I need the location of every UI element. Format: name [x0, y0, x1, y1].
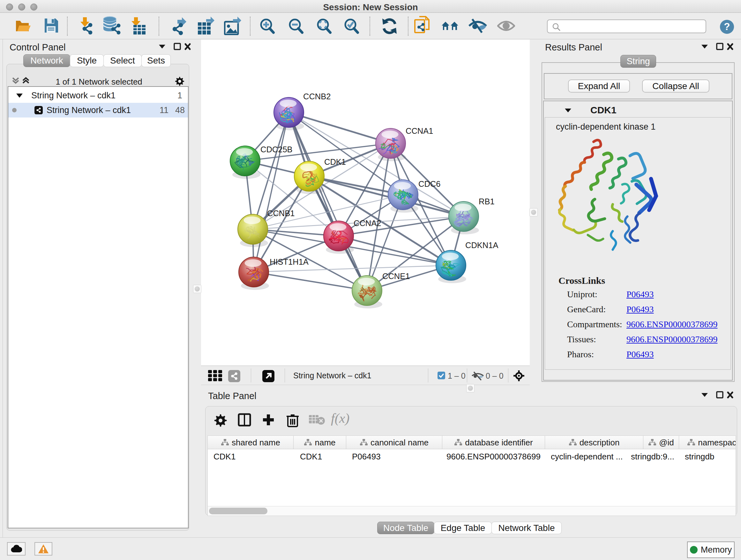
svg-text:CDKN1A: CDKN1A [465, 241, 498, 250]
svg-text:CCNA2: CCNA2 [354, 219, 381, 228]
svg-text:CCNB1: CCNB1 [267, 209, 294, 218]
svg-text:CDC25B: CDC25B [260, 145, 293, 154]
svg-text:RB1: RB1 [479, 197, 495, 206]
svg-text:CDK1: CDK1 [324, 158, 346, 166]
svg-text:CCNE1: CCNE1 [382, 272, 410, 281]
svg-text:CCNB2: CCNB2 [303, 92, 331, 101]
svg-text:CCNA1: CCNA1 [406, 126, 433, 135]
svg-text:HIST1H1A: HIST1H1A [270, 257, 309, 266]
svg-text:CDC6: CDC6 [418, 179, 441, 188]
